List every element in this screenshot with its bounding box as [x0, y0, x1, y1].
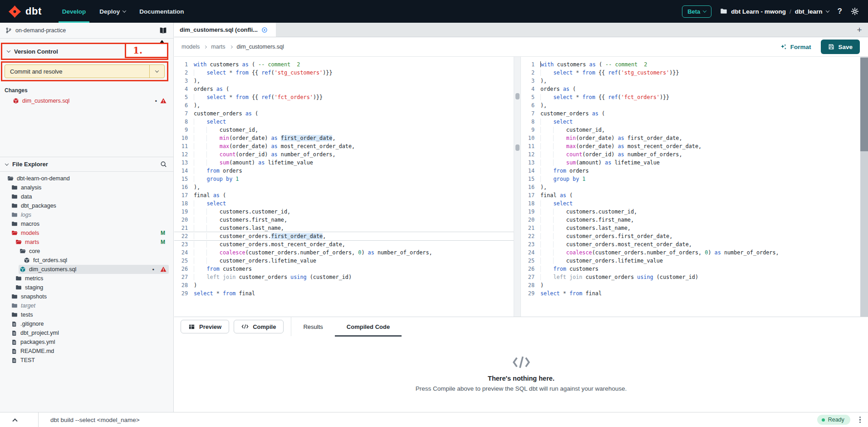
code-line[interactable]: 23 customer_orders.most_recent_order_dat…: [174, 240, 514, 248]
tree-item-snapshots[interactable]: snapshots: [0, 292, 173, 301]
code-line[interactable]: 12 count(order_id) as number_of_orders,: [174, 150, 514, 159]
code-line[interactable]: 28): [174, 281, 514, 289]
help-icon[interactable]: ?: [838, 7, 842, 16]
code-line[interactable]: 12 count(order_id) as number_of_orders,: [521, 150, 860, 159]
chevron-down-icon[interactable]: [5, 162, 9, 165]
code-line[interactable]: 20 customers.first_name,: [174, 216, 514, 224]
tree-item-fct-orders-sql[interactable]: fct_orders.sql: [0, 256, 173, 265]
commit-options-caret[interactable]: [149, 65, 164, 78]
kebab-menu-icon[interactable]: [858, 415, 862, 425]
code-line[interactable]: 25 customer_orders.lifetime_value: [174, 257, 514, 265]
tab-results[interactable]: Results: [291, 317, 334, 337]
breadcrumb-item[interactable]: marts: [211, 44, 225, 50]
tree-item-dbt-project-yml[interactable]: dbt_project.yml: [0, 328, 173, 338]
code-line[interactable]: 27 left join customer_orders using (cust…: [174, 273, 514, 281]
code-line[interactable]: 24 coalesce(customer_orders.number_of_or…: [521, 248, 860, 257]
scrollbar-thumb[interactable]: [515, 144, 520, 151]
code-line[interactable]: 7customer_orders as (: [174, 109, 514, 118]
tree-item-marts[interactable]: martsM: [0, 238, 173, 247]
breadcrumb-item[interactable]: models: [181, 44, 200, 50]
tree-item-macros[interactable]: macros: [0, 219, 173, 228]
tree-item-dim-customers-sql[interactable]: dim_customers.sql•: [0, 265, 173, 274]
code-line[interactable]: 8 select: [521, 118, 860, 126]
tree-item-tests[interactable]: tests: [0, 310, 173, 319]
code-line[interactable]: 28): [521, 281, 860, 289]
code-line[interactable]: 2 select * from {{ ref('stg_customers')}…: [521, 69, 860, 77]
code-line[interactable]: 27 left join customer_orders using (cust…: [521, 273, 860, 281]
code-line[interactable]: 15 group by 1: [521, 175, 860, 183]
code-line[interactable]: 11 max(order_date) as most_recent_order_…: [174, 142, 514, 150]
branch-name[interactable]: on-demand-practice: [15, 27, 66, 34]
dbt-logo[interactable]: dbt: [8, 5, 42, 18]
code-line[interactable]: 24 coalesce(customer_orders.number_of_or…: [174, 248, 514, 257]
code-line[interactable]: 6),: [521, 101, 860, 109]
code-line[interactable]: 6),: [174, 101, 514, 109]
save-button[interactable]: Save: [821, 40, 860, 54]
tree-item-readme-md[interactable]: README.md: [0, 347, 173, 356]
middle-scrollbar[interactable]: [514, 57, 521, 317]
scrollbar-thumb[interactable]: [860, 58, 868, 151]
code-line[interactable]: 5 select * from {{ ref('fct_orders')}}: [521, 93, 860, 101]
code-line[interactable]: 22 customer_orders.first_order_date,: [174, 232, 514, 240]
changed-file-row[interactable]: dim_customers.sql •: [0, 96, 173, 106]
code-line[interactable]: 3),: [521, 77, 860, 85]
book-icon[interactable]: [159, 27, 167, 35]
code-line[interactable]: 21 customers.last_name,: [521, 224, 860, 232]
tree-item--gitignore[interactable]: .gitignore: [0, 319, 173, 328]
code-line[interactable]: 1with customers as ( -- comment 2: [174, 60, 514, 69]
format-button[interactable]: Format: [780, 44, 811, 50]
code-pane-right[interactable]: 1with customers as ( -- comment 22 selec…: [521, 57, 860, 317]
tree-item-target[interactable]: target: [0, 301, 173, 310]
code-line[interactable]: 23 customer_orders.most_recent_order_dat…: [521, 240, 860, 248]
code-line[interactable]: 1with customers as ( -- comment 2: [521, 60, 860, 69]
tree-item-core[interactable]: core: [0, 247, 173, 256]
search-icon[interactable]: [160, 161, 167, 168]
code-pane-left[interactable]: 1with customers as ( -- comment 22 selec…: [174, 57, 514, 317]
right-scrollbar[interactable]: [860, 57, 868, 317]
preview-button[interactable]: Preview: [181, 320, 229, 333]
chevron-down-icon[interactable]: [7, 49, 10, 52]
code-line[interactable]: 17final as (: [174, 191, 514, 199]
code-line[interactable]: 16),: [521, 183, 860, 191]
project-name[interactable]: dbt_learn: [795, 8, 823, 15]
tree-item-packages-yml[interactable]: packages.yml: [0, 338, 173, 347]
code-line[interactable]: 18 select: [521, 199, 860, 208]
code-line[interactable]: 26 from customers: [521, 265, 860, 273]
account-breadcrumb[interactable]: dbt Learn - mwong / dbt_learn: [720, 8, 829, 15]
code-line[interactable]: 3),: [174, 77, 514, 85]
code-line[interactable]: 14 from orders: [521, 167, 860, 175]
tree-item-analysis[interactable]: analysis: [0, 183, 173, 192]
code-line[interactable]: 29select * from final: [174, 289, 514, 298]
code-line[interactable]: 25 customer_orders.lifetime_value: [521, 257, 860, 265]
commit-and-resolve-button[interactable]: Commit and resolve: [5, 65, 165, 78]
collapse-panel-button[interactable]: [0, 412, 39, 427]
nav-tab-documentation[interactable]: Documentation: [132, 0, 191, 23]
tree-item-models[interactable]: modelsM: [0, 228, 173, 238]
code-line[interactable]: 7customer_orders as (: [521, 109, 860, 118]
code-line[interactable]: 13 sum(amount) as lifetime_value: [521, 159, 860, 167]
code-line[interactable]: 26 from customers: [174, 265, 514, 273]
beta-dropdown[interactable]: Beta: [682, 5, 711, 18]
code-line[interactable]: 8 select: [174, 118, 514, 126]
code-line[interactable]: 13 sum(amount) as lifetime_value: [174, 159, 514, 167]
gear-icon[interactable]: [851, 7, 859, 15]
code-line[interactable]: 9 customer_id,: [521, 126, 860, 134]
tree-item-logs[interactable]: logs: [0, 210, 173, 219]
code-line[interactable]: 10 min(order_date) as first_order_date,: [174, 134, 514, 142]
compile-button[interactable]: Compile: [234, 320, 284, 333]
code-line[interactable]: 9 customer_id,: [174, 126, 514, 134]
code-line[interactable]: 19 customers.customer_id,: [521, 208, 860, 216]
command-input[interactable]: [39, 417, 817, 423]
scrollbar-thumb[interactable]: [515, 93, 520, 99]
code-line[interactable]: 15 group by 1: [174, 175, 514, 183]
code-line[interactable]: 14 from orders: [174, 167, 514, 175]
code-line[interactable]: 2 select * from {{ ref('stg_customers')}…: [174, 69, 514, 77]
nav-tab-develop[interactable]: Develop: [55, 0, 93, 23]
tree-item-dbt-learn-on-demand[interactable]: dbt-learn-on-demand: [0, 174, 173, 183]
tree-item-dbt-packages[interactable]: dbt_packages: [0, 201, 173, 210]
editor-tab[interactable]: dim_customers.sql (confli...: [174, 23, 276, 37]
code-line[interactable]: 22 customer_orders.first_order_date,: [521, 232, 860, 240]
code-line[interactable]: 11 max(order_date) as most_recent_order_…: [521, 142, 860, 150]
tree-item-test[interactable]: TEST: [0, 356, 173, 365]
code-line[interactable]: 5 select * from {{ ref('fct_orders')}}: [174, 93, 514, 101]
